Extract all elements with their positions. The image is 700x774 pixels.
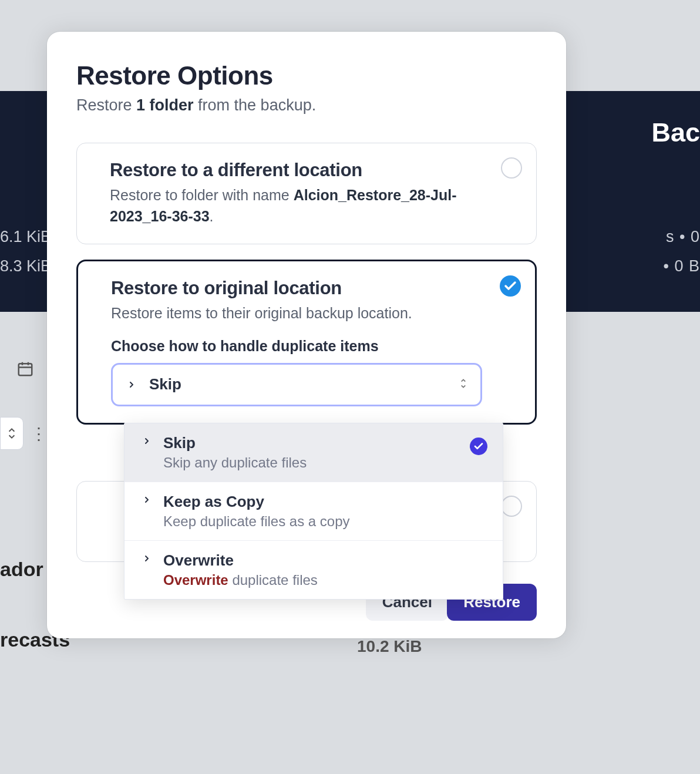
modal-title: Restore Options (76, 61, 537, 90)
text: Restore to folder with name (110, 187, 294, 203)
option-title: Restore to a different location (110, 160, 483, 181)
select-value: Skip (149, 375, 181, 393)
text: . (210, 208, 214, 224)
text-warn: Overwrite (163, 572, 228, 588)
sort-control[interactable] (0, 417, 23, 450)
dropdown-option-description: Keep duplicate files as a copy (163, 513, 485, 530)
radio-unchecked[interactable] (501, 157, 522, 179)
option-description: Restore items to their original backup l… (111, 302, 482, 324)
bg-stat: s • 0 (666, 228, 700, 246)
dropdown-option-title: Skip (163, 434, 485, 452)
chevron-right-icon (127, 380, 136, 389)
chevron-right-icon (142, 436, 152, 471)
option-restore-original-location[interactable]: Restore to original location Restore ite… (76, 260, 537, 425)
list-item: ador (0, 558, 43, 581)
text-bold: 1 folder (136, 96, 194, 114)
text: duplicate files (228, 572, 318, 588)
dropdown-option-description: Overwrite duplicate files (163, 572, 485, 588)
text: from the backup. (194, 96, 317, 114)
chevron-right-icon (142, 495, 152, 530)
dropdown-option-skip[interactable]: Skip Skip any duplicate files (124, 423, 503, 482)
svg-rect-0 (19, 364, 32, 375)
bg-heading-fragment: Bac (651, 117, 700, 148)
dropdown-option-keep-copy[interactable]: Keep as Copy Keep duplicate files as a c… (124, 482, 503, 541)
option-restore-different-location[interactable]: Restore to a different location Restore … (76, 143, 537, 244)
text: Restore (76, 96, 136, 114)
dropdown-option-title: Overwrite (163, 551, 485, 570)
duplicate-handling-label: Choose how to handle duplicate items (111, 338, 482, 355)
duplicate-handling-select[interactable]: Skip (111, 363, 482, 406)
modal-subtitle: Restore 1 folder from the backup. (76, 96, 537, 115)
radio-unchecked[interactable] (501, 496, 522, 517)
dropdown-option-title: Keep as Copy (163, 493, 485, 511)
option-description: Restore to folder with name Alcion_Resto… (110, 184, 483, 227)
more-icon[interactable]: ⋮ (31, 424, 47, 443)
chevron-right-icon (142, 554, 152, 588)
dropdown-option-description: Skip any duplicate files (163, 455, 485, 471)
calendar-icon[interactable] (16, 360, 34, 380)
option-title: Restore to original location (111, 278, 482, 299)
select-chevrons-icon (459, 377, 467, 392)
dropdown-option-overwrite[interactable]: Overwrite Overwrite duplicate files (124, 541, 503, 599)
radio-checked[interactable] (500, 275, 521, 297)
bg-stat: 8.3 KiB (0, 257, 51, 275)
bg-stat: 6.1 KiB (0, 228, 51, 246)
check-icon (470, 438, 487, 455)
file-size: 10.2 KiB (357, 637, 422, 656)
bg-stat: • 0 B (664, 257, 700, 275)
duplicate-handling-dropdown: Skip Skip any duplicate files Keep as Co… (124, 423, 503, 600)
